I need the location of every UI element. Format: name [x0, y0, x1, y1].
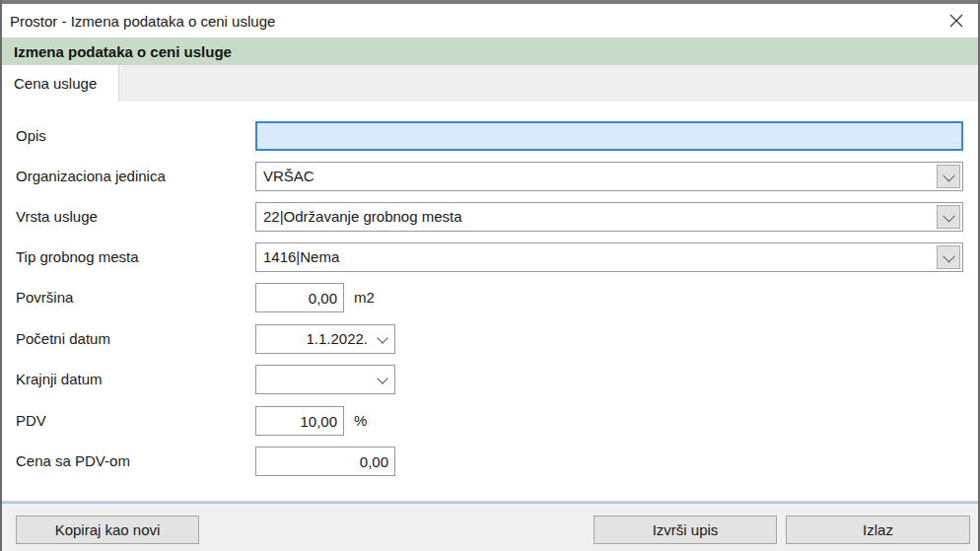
opis-input[interactable] — [255, 121, 963, 151]
field-label: Opis — [16, 121, 46, 151]
chevron-down-icon — [377, 373, 387, 383]
vrsta-usluge-dropdown[interactable]: 22|Održavanje grobnog mesta — [255, 202, 963, 232]
povrsina-input[interactable] — [255, 283, 344, 312]
dropdown-value: 1416|Nema — [263, 243, 339, 271]
unit-suffix: % — [354, 406, 367, 436]
form-row-pocetni-datum: Početni datum 1.1.2022. — [2, 324, 978, 354]
date-value: 1.1.2022. — [306, 325, 368, 353]
close-icon — [949, 14, 963, 28]
form-row-tip-grobnog-mesta: Tip grobnog mesta 1416|Nema — [2, 242, 978, 272]
unit-suffix: m2 — [354, 283, 375, 312]
cena-sa-pdv-input[interactable] — [255, 447, 395, 476]
chevron-down-icon — [377, 332, 387, 343]
tab-cena-usluge[interactable]: Cena usluge — [2, 65, 119, 102]
dialog-window: Prostor - Izmena podataka o ceni usluge … — [0, 0, 980, 551]
window-title: Prostor - Izmena podataka o ceni usluge — [10, 13, 275, 30]
field-label: Cena sa PDV-om — [16, 447, 130, 476]
tab-label: Cena usluge — [14, 75, 97, 92]
tip-grobnog-mesta-dropdown[interactable]: 1416|Nema — [255, 242, 963, 272]
field-label: Organizaciona jedinica — [16, 162, 166, 191]
form-panel: Opis Organizaciona jedinica VRŠAC Vrsta … — [2, 102, 978, 500]
dropdown-value: VRŠAC — [263, 163, 315, 190]
chevron-down-icon — [943, 169, 955, 181]
form-row-organizaciona-jedinica: Organizaciona jedinica VRŠAC — [2, 162, 978, 191]
field-label: Vrsta usluge — [16, 202, 98, 232]
close-button[interactable] — [939, 6, 974, 35]
pocetni-datum-dropdown[interactable]: 1.1.2022. — [255, 324, 395, 354]
form-row-povrsina: Površina m2 — [2, 283, 978, 312]
footer-bar: Kopiraj kao novi Izvrši upis Izlaz — [2, 502, 978, 551]
dropdown-button[interactable] — [937, 205, 960, 229]
chevron-down-icon — [943, 209, 955, 222]
pdv-input[interactable] — [255, 406, 344, 436]
form-row-opis: Opis — [2, 121, 978, 151]
form-row-krajnji-datum: Krajnji datum — [2, 365, 978, 394]
dropdown-button[interactable] — [937, 245, 960, 269]
dialog-header-title: Izmena podataka o ceni usluge — [14, 43, 232, 60]
izlaz-button[interactable]: Izlaz — [786, 516, 970, 544]
krajnji-datum-dropdown[interactable] — [255, 365, 395, 394]
dropdown-button[interactable] — [937, 165, 960, 188]
tab-strip: Cena usluge — [2, 65, 978, 102]
field-label: Krajnji datum — [16, 365, 103, 394]
organizaciona-jedinica-dropdown[interactable]: VRŠAC — [255, 162, 963, 191]
field-label: Početni datum — [16, 324, 110, 354]
izvrsi-upis-button[interactable]: Izvrši upis — [594, 516, 777, 544]
dialog-header: Izmena podataka o ceni usluge — [2, 37, 978, 65]
kopiraj-kao-novi-button[interactable]: Kopiraj kao novi — [16, 516, 199, 544]
chevron-down-icon — [943, 249, 955, 262]
dropdown-value: 22|Održavanje grobnog mesta — [263, 203, 462, 231]
form-row-pdv: PDV % — [2, 406, 978, 436]
field-label: Tip grobnog mesta — [16, 242, 139, 272]
form-row-vrsta-usluge: Vrsta usluge 22|Održavanje grobnog mesta — [2, 202, 978, 232]
title-bar: Prostor - Izmena podataka o ceni usluge — [2, 4, 978, 37]
field-label: Površina — [16, 283, 73, 312]
form-row-cena-sa-pdv: Cena sa PDV-om — [2, 447, 978, 476]
field-label: PDV — [16, 406, 46, 436]
